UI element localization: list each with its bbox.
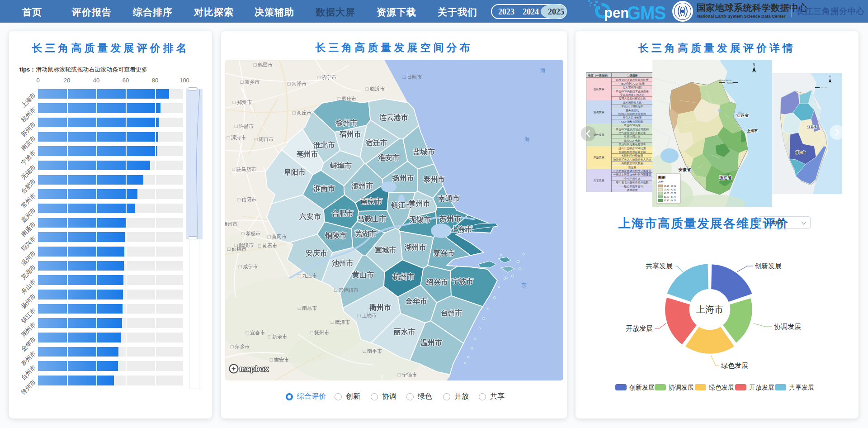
svg-text:温州市: 温州市 [420,338,442,347]
svg-text:□ 咸宁市: □ 咸宁市 [239,264,258,269]
svg-text:□ 日照市: □ 日照市 [403,74,422,80]
svg-text:51.73 - 67.47: 51.73 - 67.47 [664,196,676,198]
svg-text:□ 九江市: □ 九江市 [298,273,317,278]
svg-text:南京市: 南京市 [360,197,382,205]
svg-text:台州市: 台州市 [441,309,462,317]
svg-text:□ 鹤壁市: □ 鹤壁市 [254,62,273,67]
svg-text:池州市: 池州市 [331,259,354,267]
svg-text:扬州市: 扬州市 [392,174,414,182]
svg-text:上海市: 上海市 [450,225,472,233]
svg-text:□ 郑州市: □ 郑州市 [233,100,252,105]
svg-text:亳州市: 亳州市 [297,150,318,158]
svg-text:杭州市: 杭州市 [392,272,415,281]
svg-text:□ 宁德市: □ 宁德市 [398,372,417,377]
svg-text:□ 黄冈市: □ 黄冈市 [268,234,287,239]
svg-text:衢州市: 衢州市 [369,303,391,311]
svg-text:□ 枣庄市: □ 枣庄市 [337,96,357,101]
svg-text:□ 宜春市: □ 宜春市 [246,330,265,335]
svg-text:□ 信阳市: □ 信阳市 [237,197,257,202]
svg-text:□ 鹰潭市: □ 鹰潭市 [331,319,350,325]
svg-text:□ 新乡市: □ 新乡市 [241,79,260,85]
svg-text:□ 临沂市: □ 临沂市 [366,86,385,91]
svg-text:□ 许昌市: □ 许昌市 [235,124,254,129]
svg-text:宁波市: 宁波市 [452,277,473,285]
svg-text:□ 上饶市: □ 上饶市 [358,313,377,318]
svg-text:□ 南昌市: □ 南昌市 [298,305,317,311]
svg-text:丽水市: 丽水市 [393,328,415,336]
svg-text:南通市: 南通市 [438,194,460,202]
svg-text:共享发展: 共享发展 [789,384,814,391]
svg-text:共享发展: 共享发展 [646,262,673,270]
svg-text:浙江省: 浙江省 [796,151,806,154]
svg-text:淮北市: 淮北市 [313,141,335,149]
svg-text:mapbox: mapbox [240,365,269,373]
svg-text:马鞍山市: 马鞍山市 [358,214,387,223]
svg-text:盐城市: 盐城市 [413,147,435,156]
svg-text:上海市: 上海市 [746,128,758,133]
svg-text:黄山市: 黄山市 [352,271,374,279]
svg-text:淮安市: 淮安市 [377,153,400,162]
svg-text:安徽省: 安徽省 [678,167,691,172]
svg-text:□ 随州市: □ 随州市 [225,221,237,227]
svg-text:协调发展: 协调发展 [774,323,801,330]
svg-text:创新发展: 创新发展 [755,262,782,270]
svg-text:开放发展: 开放发展 [749,384,774,391]
svg-text:安庆市: 安庆市 [306,249,327,257]
svg-text:开放发展: 开放发展 [626,324,653,332]
svg-text:□ 商丘市: □ 商丘市 [292,110,312,115]
svg-text:淮南市: 淮南市 [313,184,335,192]
svg-text:江苏省: 江苏省 [736,113,749,118]
svg-text:□ 孝感市: □ 孝感市 [241,231,261,236]
svg-text:金华市: 金华市 [405,297,427,305]
svg-text:嘉兴市: 嘉兴市 [433,249,455,257]
svg-text:六安市: 六安市 [299,212,321,220]
svg-text:连云港市: 连云港市 [379,113,408,121]
svg-text:43.63 - 51.73: 43.63 - 51.73 [664,192,676,195]
svg-text:协调发展: 协调发展 [669,384,694,391]
svg-text:绿色发展: 绿色发展 [721,361,748,369]
svg-text:绿色发展: 绿色发展 [709,384,734,391]
svg-text:宿迁市: 宿迁市 [365,138,387,147]
svg-text:□ 周口市: □ 周口市 [255,137,274,142]
svg-text:湖州市: 湖州市 [404,243,426,251]
svg-text:无锡市: 无锡市 [409,215,431,224]
svg-text:江苏省: 江苏省 [807,125,817,129]
svg-text:0 20 40 80 120: 0 20 40 80 120 [719,79,731,81]
svg-text:海: 海 [524,136,530,143]
svg-text:泰州市: 泰州市 [423,175,445,183]
svg-text:浙江省: 浙江省 [719,176,732,180]
svg-text:□ 抚州市: □ 抚州市 [310,330,330,335]
svg-text:阜阳市: 阜阳市 [283,168,306,176]
svg-text:上海市: 上海市 [696,304,723,314]
svg-text:海: 海 [540,67,546,74]
svg-text:□ 仙桃市: □ 仙桃市 [227,246,247,252]
svg-text:总分: 总分 [658,181,664,183]
svg-text:合肥市: 合肥市 [331,209,354,217]
svg-text:芜湖市: 芜湖市 [354,229,377,238]
svg-text:图例: 图例 [658,176,665,180]
svg-text:创新发展: 创新发展 [629,384,655,391]
svg-text:□ 菏泽市: □ 菏泽市 [288,81,307,86]
svg-text:67.47 - 84.28: 67.47 - 84.28 [664,200,676,202]
svg-text:N: N [753,63,755,66]
svg-text:□ 南平市: □ 南平市 [363,348,382,354]
svg-text:36.96 - 39.40: 36.96 - 39.40 [664,185,676,187]
svg-text:pen: pen [604,5,629,21]
svg-text:东: 东 [521,282,527,288]
svg-text:□ 驻马店市: □ 驻马店市 [232,166,256,172]
svg-text:□ 景德镇市: □ 景德镇市 [334,287,359,293]
svg-text:宣城市: 宣城市 [375,246,396,254]
svg-text:滁州市: 滁州市 [351,181,373,190]
svg-text:蚌埠市: 蚌埠市 [330,162,352,170]
svg-text:常州市: 常州市 [409,199,430,207]
svg-text:□ 萍乡市: □ 萍乡市 [231,344,250,349]
svg-text:绍兴市: 绍兴市 [426,278,448,286]
svg-text:□ 新余市: □ 新余市 [268,334,288,339]
svg-text:N: N [829,75,830,78]
svg-text:铜陵市: 铜陵市 [325,231,347,239]
svg-text:□ 黄石市: □ 黄石市 [258,243,278,248]
svg-text:苏州市: 苏州市 [439,214,461,223]
svg-text:徐州市: 徐州市 [335,119,358,127]
svg-text:□ 济宁市: □ 济宁市 [317,75,337,80]
svg-text:39.40 - 43.63: 39.40 - 43.63 [664,189,676,191]
